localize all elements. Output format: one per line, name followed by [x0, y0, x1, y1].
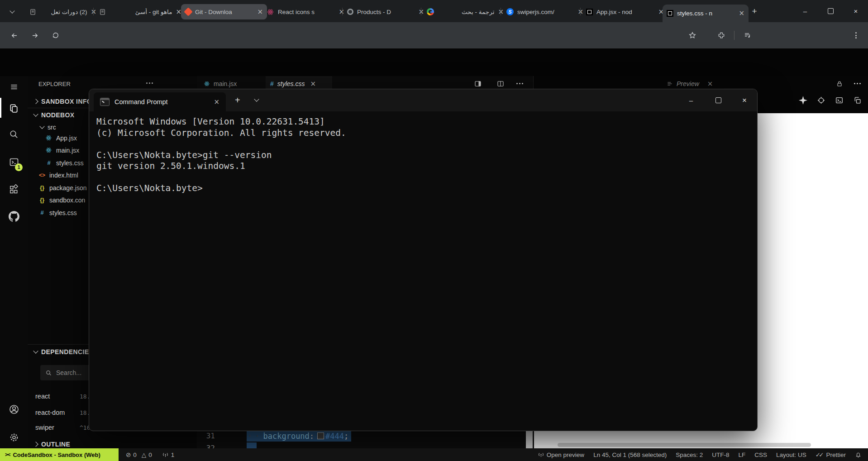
- lock-icon[interactable]: [836, 80, 843, 87]
- lens-icon: [347, 9, 353, 15]
- file-item[interactable]: <>index.html: [38, 169, 78, 181]
- browser-tabstrip: (2) دورات تعل × ماهو git - أسئ × Git - D…: [0, 0, 868, 22]
- sparkle-ai-icon[interactable]: [799, 96, 807, 105]
- browser-tab[interactable]: (2) دورات تعل ×: [25, 4, 100, 19]
- bookmark-star-icon[interactable]: [686, 30, 699, 41]
- tab-close-icon[interactable]: ×: [707, 81, 713, 87]
- panel-layout-icon[interactable]: [474, 80, 482, 88]
- problems-button[interactable]: ⊘0 △0: [126, 451, 152, 458]
- encoding-setting[interactable]: UTF-8: [712, 451, 729, 458]
- browser-tab[interactable]: Git - Downloa ×: [181, 4, 267, 19]
- vscode-icon: [586, 9, 593, 15]
- tab-close-icon[interactable]: ×: [310, 81, 316, 87]
- prettier-status[interactable]: ✓✓ Prettier: [816, 451, 846, 458]
- terminal-titlebar[interactable]: Command Prompt × + – ×: [89, 89, 757, 111]
- file-item[interactable]: main.jsx: [45, 144, 79, 156]
- extensions-view-icon[interactable]: [0, 178, 28, 200]
- notifications-bell-icon[interactable]: [855, 451, 862, 458]
- browser-tab[interactable]: React icons s ×: [262, 4, 348, 19]
- keyboard-layout[interactable]: Layout: US: [776, 451, 806, 458]
- dependency-row[interactable]: react-dom18.: [35, 409, 90, 416]
- browser-menu-icon[interactable]: [853, 30, 859, 40]
- settings-gear-icon[interactable]: [0, 427, 28, 448]
- files-view-icon[interactable]: [0, 97, 28, 119]
- account-icon[interactable]: [0, 399, 28, 420]
- search-icon: [45, 370, 52, 376]
- css-file-icon: #: [270, 80, 274, 87]
- split-editor-icon[interactable]: [496, 80, 505, 88]
- toolbar-separator: [734, 31, 734, 40]
- search-view-icon[interactable]: [0, 123, 28, 145]
- terminal-output: Microsoft Windows [Version 10.0.22631.54…: [96, 116, 346, 194]
- file-item[interactable]: {}sandbox.con: [38, 194, 85, 206]
- github-icon[interactable]: [0, 206, 28, 227]
- dependencies-section[interactable]: DEPENDENCIES: [34, 346, 93, 358]
- sandbox-info-section[interactable]: SANDBOX INFO: [34, 95, 92, 107]
- new-tab-button[interactable]: +: [748, 5, 761, 17]
- warning-icon: △: [142, 451, 146, 458]
- browser-tab[interactable]: App.jsx - nod ×: [582, 4, 668, 19]
- json-file-icon: {}: [38, 184, 46, 191]
- nodebox-section[interactable]: NODEBOX: [34, 109, 75, 121]
- file-item[interactable]: #styles.css: [45, 157, 84, 169]
- color-swatch[interactable]: [317, 432, 324, 439]
- list-icon: [667, 81, 673, 87]
- tab-separator: [580, 8, 581, 15]
- new-terminal-tab-button[interactable]: +: [235, 95, 240, 106]
- cmd-icon: [100, 98, 110, 106]
- extensions-icon[interactable]: [715, 30, 728, 41]
- popout-icon[interactable]: [853, 96, 862, 105]
- window-minimize-button[interactable]: –: [795, 0, 816, 22]
- cursor-position[interactable]: Ln 45, Col 1 (568 selected): [593, 451, 667, 458]
- terminal-minimize-button[interactable]: –: [681, 89, 701, 111]
- menu-hamburger-icon[interactable]: [0, 76, 28, 98]
- media-list-icon[interactable]: [741, 30, 754, 41]
- preview-more-icon[interactable]: [854, 83, 861, 84]
- browser-tab[interactable]: ماهو git - أسئ ×: [95, 4, 186, 19]
- folder-src[interactable]: src: [40, 121, 56, 133]
- terminal-close-button[interactable]: ×: [734, 89, 755, 111]
- terminal-maximize-button[interactable]: [708, 89, 729, 111]
- css-file-icon: #: [38, 209, 46, 216]
- remote-icon: ><: [5, 451, 10, 458]
- file-item[interactable]: {}package.json: [38, 182, 87, 194]
- remote-status-button[interactable]: >< CodeSandbox - Sandbox (Web): [0, 448, 119, 461]
- eol-setting[interactable]: LF: [739, 451, 746, 458]
- preview-hscrollbar[interactable]: [558, 443, 811, 447]
- ports-button[interactable]: 1: [162, 451, 175, 458]
- browser-tab[interactable]: ترجمة - بحث ×: [423, 4, 508, 19]
- editor-more-icon[interactable]: [516, 83, 523, 84]
- terminal-dropdown-icon[interactable]: [254, 96, 259, 101]
- browser-tab-active[interactable]: styles.css - n ×: [663, 5, 749, 22]
- window-maximize-button[interactable]: [820, 0, 841, 22]
- refresh-button[interactable]: [49, 30, 62, 41]
- browser-tab[interactable]: S swiperjs.com/ ×: [502, 4, 587, 19]
- tab-close-icon[interactable]: ×: [739, 10, 744, 17]
- code-line[interactable]: 31 ·· background : #444 ;: [197, 430, 533, 442]
- broadcast-icon: [538, 451, 544, 458]
- doc-icon: [29, 9, 36, 15]
- explorer-more-icon[interactable]: [146, 82, 153, 84]
- react-icon: [267, 8, 274, 16]
- browser-toolbar: codesandbox.io/p/sandbox/53t3wy?file=%2F…: [0, 22, 868, 48]
- tab-separator: [421, 8, 421, 15]
- terminal-view-icon[interactable]: 1: [0, 151, 28, 173]
- tab-close-icon[interactable]: ×: [214, 99, 219, 106]
- json-file-icon: {}: [38, 197, 46, 203]
- css-file-icon: #: [45, 159, 52, 166]
- terminal-icon[interactable]: [835, 96, 844, 105]
- window-close-button[interactable]: ×: [845, 0, 866, 22]
- open-preview-button[interactable]: Open preview: [538, 451, 584, 458]
- react-file-icon: [204, 81, 210, 87]
- language-mode[interactable]: CSS: [754, 451, 767, 458]
- file-item[interactable]: #styles.css: [38, 206, 77, 219]
- tab-search-button[interactable]: [5, 6, 19, 16]
- file-item[interactable]: App.jsx: [45, 132, 77, 144]
- indentation-setting[interactable]: Spaces: 2: [676, 451, 703, 458]
- inspect-target-icon[interactable]: [817, 96, 825, 105]
- back-button[interactable]: [7, 30, 21, 41]
- terminal-tab[interactable]: Command Prompt ×: [94, 92, 226, 111]
- command-prompt-window[interactable]: Command Prompt × + – × Microsoft Windows…: [89, 89, 758, 431]
- forward-button[interactable]: [28, 30, 42, 41]
- browser-tab[interactable]: Products - D ×: [343, 4, 428, 19]
